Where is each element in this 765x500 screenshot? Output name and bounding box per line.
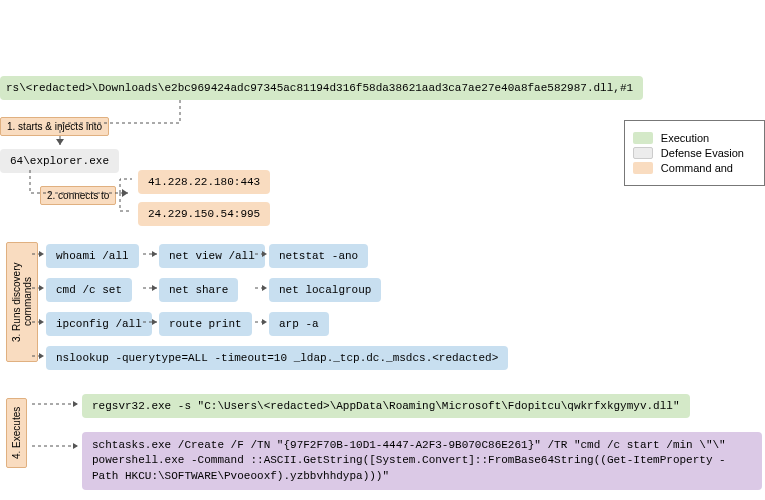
svg-marker-1	[122, 189, 128, 197]
initial-dll-node: rs\<redacted>\Downloads\e2bc969424adc973…	[0, 76, 643, 100]
label-discovery: 3. Runs discovery commands	[6, 242, 38, 362]
svg-marker-5	[39, 285, 44, 291]
disc-netstat: netstat -ano	[269, 244, 368, 268]
label-connects: 2. connects to	[40, 186, 116, 205]
disc-netlocal: net localgroup	[269, 278, 381, 302]
disc-arp: arp -a	[269, 312, 329, 336]
disc-whoami: whoami /all	[46, 244, 139, 268]
svg-marker-7	[262, 285, 267, 291]
svg-marker-11	[39, 353, 44, 359]
regsvr-node: regsvr32.exe -s "C:\Users\<redacted>\App…	[82, 394, 690, 418]
svg-marker-9	[152, 319, 157, 325]
explorer-node: 64\explorer.exe	[0, 149, 119, 173]
legend: Execution Defense Evasion Command and	[624, 120, 765, 186]
svg-marker-3	[152, 251, 157, 257]
swatch-exec	[633, 132, 653, 144]
legend-defev: Defense Evasion	[633, 147, 744, 159]
disc-netshare: net share	[159, 278, 238, 302]
label-inject: 1. starts & injects into	[0, 117, 109, 136]
swatch-c2	[633, 162, 653, 174]
disc-nslookup: nslookup -querytype=ALL -timeout=10 _lda…	[46, 346, 508, 370]
c2-ip-1: 41.228.22.180:443	[138, 170, 270, 194]
c2-ip-2: 24.229.150.54:995	[138, 202, 270, 226]
exec-connectors	[30, 394, 90, 474]
disc-ipconfig: ipconfig /all	[46, 312, 152, 336]
swatch-defev	[633, 147, 653, 159]
legend-defev-label: Defense Evasion	[661, 147, 744, 159]
schtasks-node: schtasks.exe /Create /F /TN "{97F2F70B-1…	[82, 432, 762, 490]
legend-exec-label: Execution	[661, 132, 709, 144]
svg-marker-8	[39, 319, 44, 325]
legend-c2: Command and	[633, 162, 744, 174]
legend-c2-label: Command and	[661, 162, 733, 174]
disc-netview: net view /all	[159, 244, 265, 268]
svg-marker-2	[39, 251, 44, 257]
svg-marker-13	[73, 443, 78, 449]
svg-marker-0	[56, 139, 64, 145]
svg-marker-10	[262, 319, 267, 325]
label-executes: 4. Executes	[6, 398, 27, 468]
disc-route: route print	[159, 312, 252, 336]
svg-marker-6	[152, 285, 157, 291]
legend-exec: Execution	[633, 132, 744, 144]
disc-cmdset: cmd /c set	[46, 278, 132, 302]
svg-marker-12	[73, 401, 78, 407]
